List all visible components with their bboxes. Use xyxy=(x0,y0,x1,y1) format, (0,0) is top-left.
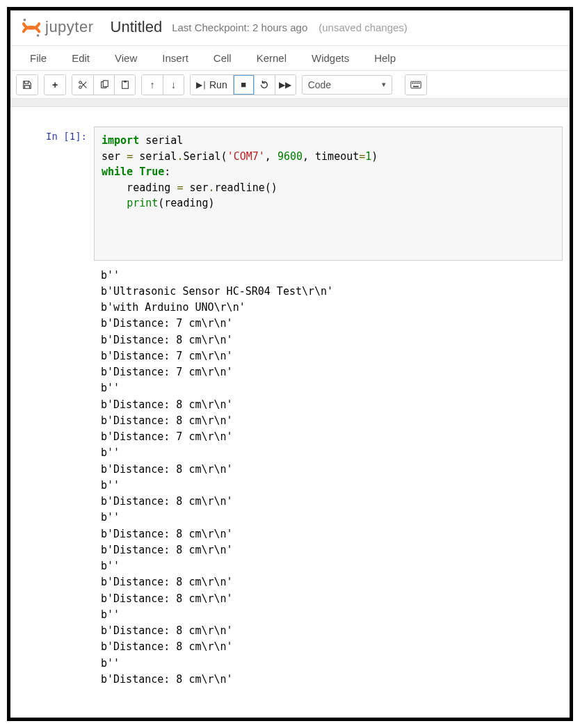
plus-icon: + xyxy=(52,79,58,90)
cell-type-value: Code xyxy=(308,79,331,90)
svg-rect-9 xyxy=(412,82,413,83)
svg-rect-14 xyxy=(413,86,419,87)
save-button[interactable] xyxy=(17,75,38,95)
notebook-header: jupyter Untitled Last Checkpoint: 2 hour… xyxy=(10,10,570,46)
menu-widgets[interactable]: Widgets xyxy=(299,52,362,64)
notebook-area: In [1]: import serial ser = serial.Seria… xyxy=(10,107,570,688)
jupyter-logo-text: jupyter xyxy=(45,18,94,36)
copy-button[interactable] xyxy=(93,75,114,95)
move-up-button[interactable]: ↑ xyxy=(142,75,163,95)
menu-edit[interactable]: Edit xyxy=(59,52,102,64)
svg-point-2 xyxy=(79,86,82,88)
output-prompt xyxy=(17,261,94,688)
code-cell[interactable]: In [1]: import serial ser = serial.Seria… xyxy=(17,127,563,261)
svg-point-3 xyxy=(79,81,82,83)
keyboard-icon xyxy=(410,81,421,89)
jupyter-logo-icon xyxy=(20,16,42,38)
svg-rect-12 xyxy=(417,82,418,83)
menu-cell[interactable]: Cell xyxy=(201,52,244,64)
restart-button[interactable] xyxy=(254,75,275,95)
run-icon: ▶∣ xyxy=(196,80,207,90)
menu-file[interactable]: File xyxy=(17,52,59,64)
run-label: Run xyxy=(209,79,227,90)
stop-icon: ■ xyxy=(241,79,246,90)
svg-rect-10 xyxy=(413,82,414,83)
document-title[interactable]: Untitled xyxy=(111,18,163,36)
svg-point-1 xyxy=(37,34,40,37)
svg-rect-11 xyxy=(415,82,417,83)
svg-rect-8 xyxy=(410,81,420,88)
run-button[interactable]: ▶∣ Run xyxy=(191,75,233,95)
command-palette-button[interactable] xyxy=(405,75,426,95)
toolbar: + ↑ ↓ ▶∣ Run ■ ▶▶ xyxy=(10,71,570,99)
jupyter-window: jupyter Untitled Last Checkpoint: 2 hour… xyxy=(7,7,573,721)
interrupt-button[interactable]: ■ xyxy=(233,75,254,95)
cell-type-select[interactable]: Code xyxy=(302,75,392,95)
menubar: File Edit View Insert Cell Kernel Widget… xyxy=(10,46,570,71)
svg-rect-7 xyxy=(124,80,127,82)
save-icon xyxy=(22,80,32,90)
output-row: b'' b'Ultrasonic Sensor HC-SR04 Test\r\n… xyxy=(17,261,563,688)
restart-icon xyxy=(259,80,269,90)
scissors-icon xyxy=(78,80,88,90)
menu-help[interactable]: Help xyxy=(362,52,408,64)
paste-button[interactable] xyxy=(114,75,135,95)
svg-point-0 xyxy=(24,19,26,22)
code-input-area[interactable]: import serial ser = serial.Serial('COM7'… xyxy=(94,127,563,261)
paste-icon xyxy=(120,80,130,90)
cut-button[interactable] xyxy=(72,75,93,95)
arrow-down-icon: ↓ xyxy=(171,79,176,90)
menu-view[interactable]: View xyxy=(102,52,150,64)
input-prompt: In [1]: xyxy=(17,127,94,261)
arrow-up-icon: ↑ xyxy=(150,79,155,90)
move-down-button[interactable]: ↓ xyxy=(163,75,184,95)
svg-rect-5 xyxy=(103,80,108,86)
restart-run-all-button[interactable]: ▶▶ xyxy=(275,75,296,95)
output-area: b'' b'Ultrasonic Sensor HC-SR04 Test\r\n… xyxy=(94,261,563,688)
svg-rect-13 xyxy=(419,82,420,83)
menu-insert[interactable]: Insert xyxy=(150,52,201,64)
add-cell-button[interactable]: + xyxy=(45,75,65,95)
unsaved-indicator: (unsaved changes) xyxy=(319,22,408,33)
jupyter-logo[interactable]: jupyter xyxy=(20,16,94,38)
fast-forward-icon: ▶▶ xyxy=(279,80,291,90)
menu-kernel[interactable]: Kernel xyxy=(244,52,299,64)
checkpoint-text: Last Checkpoint: 2 hours ago xyxy=(172,22,307,33)
toolbar-separator xyxy=(10,99,570,107)
copy-icon xyxy=(99,80,109,90)
